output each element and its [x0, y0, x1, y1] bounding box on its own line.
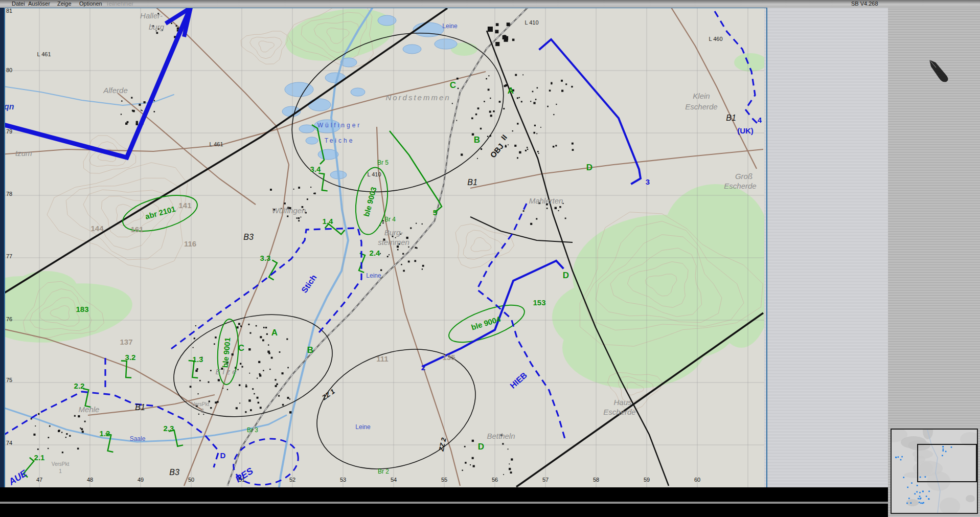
svg-text:49: 49 [138, 477, 144, 483]
map-label: 3.3 [260, 254, 271, 262]
minimap-unit-dot [925, 476, 926, 478]
map-label: Klein [693, 92, 710, 100]
map-label: stemmen [378, 238, 409, 246]
minimap-unit-dot [917, 485, 918, 486]
menu-item-optionen[interactable]: Optionen [79, 1, 102, 7]
map-label: Saale [130, 435, 146, 442]
map-label: 144 [90, 224, 104, 233]
map-label: burg [149, 23, 165, 31]
menu-bar: SB V4.268 DateiAuslöserZeigeOptionenTeil… [0, 0, 980, 8]
map-label: L 460 [709, 36, 722, 42]
minimap-unit-dot [898, 456, 899, 458]
minimap-terrain [908, 440, 930, 451]
map-label: 3.2 [125, 353, 136, 362]
map-label: 3 [646, 177, 650, 186]
svg-text:54: 54 [391, 477, 397, 483]
map-label: 135 [442, 353, 455, 362]
svg-text:77: 77 [6, 253, 12, 259]
map-label: 153 [533, 298, 545, 307]
map-label: D [220, 451, 226, 460]
map-label: Leine [366, 272, 381, 279]
map-label: 1.3 [193, 355, 203, 364]
minimap-unit-dot [920, 503, 922, 504]
map-label: 2.2 [74, 381, 85, 390]
map-label: Leine [355, 423, 371, 431]
map-label: A [508, 86, 514, 96]
window-edge [0, 7, 4, 488]
map-label: 2.3 [164, 424, 174, 433]
svg-text:60: 60 [694, 477, 700, 483]
map-label: Wülfinger [317, 122, 362, 129]
map-label: 1.4 [323, 217, 334, 226]
map-label: 4 [758, 116, 762, 124]
map-label: B [474, 135, 480, 145]
svg-text:55: 55 [441, 477, 447, 483]
map-label: L 410 [525, 19, 538, 26]
map-label: B3 [243, 233, 254, 241]
map-label: VersPkt [52, 461, 70, 467]
map-label: Br 4 [384, 216, 396, 223]
minimap-unit-dot [903, 477, 905, 478]
map-label: L 461 [37, 51, 51, 57]
map-label: tzum [15, 149, 32, 158]
map-label: Br 5 [377, 159, 389, 166]
menu-item-auslöser[interactable]: Auslöser [28, 1, 50, 7]
menu-item-datei[interactable]: Datei [12, 1, 25, 7]
map-label: 141 [178, 201, 191, 210]
minimap-unit-dot [914, 493, 916, 494]
minimap-unit-dot [910, 502, 912, 504]
minimap-unit-dot [943, 446, 944, 448]
map-label: Wülfingen [272, 206, 306, 215]
map-label: 2.1 [34, 453, 45, 462]
minimap[interactable] [891, 429, 978, 514]
minimap-unit-dot [926, 496, 927, 497]
map-label: 116 [184, 239, 196, 248]
map-label: B1 [135, 403, 145, 412]
minimap-unit-dot [928, 498, 929, 500]
map-label: B1 [467, 178, 477, 187]
minimap-unit-dot [919, 492, 921, 493]
svg-text:80: 80 [6, 67, 12, 73]
map-label: 3.4 [310, 165, 322, 173]
minimap-unit-dot [919, 502, 920, 503]
map-label: 111 [376, 354, 388, 363]
svg-text:59: 59 [644, 477, 650, 483]
map-label: 1 [59, 468, 62, 474]
map-label: D [478, 442, 484, 452]
svg-text:76: 76 [6, 316, 12, 322]
bottom-bar-1 [0, 487, 888, 502]
minimap-unit-dot [920, 498, 921, 500]
minimap-unit-dot [922, 503, 923, 504]
application-window: SB V4.268 DateiAuslöserZeigeOptionenTeil… [0, 0, 980, 517]
map-label: 5 [433, 208, 437, 217]
svg-text:47: 47 [36, 477, 42, 483]
minimap-unit-dot [900, 459, 902, 461]
minimap-canvas[interactable] [892, 430, 977, 513]
map-label: Teiche [325, 137, 355, 144]
minimap-unit-dot [916, 491, 918, 493]
map-label: Nordstemmen [385, 93, 450, 102]
minimap-unit-dot [906, 503, 908, 504]
svg-text:52: 52 [289, 477, 295, 483]
minimap-unit-dot [907, 487, 908, 488]
svg-text:78: 78 [6, 191, 12, 197]
svg-text:81: 81 [6, 8, 12, 14]
minimap-unit-dot [920, 477, 921, 478]
minimap-unit-dot [895, 457, 897, 458]
minimap-unit-dot [908, 498, 910, 499]
map-label: 161 [130, 225, 143, 234]
map-label: Elze [215, 367, 238, 376]
map-label: L 410 [367, 171, 381, 177]
map-label: D [563, 271, 569, 280]
map-label: C [238, 343, 244, 353]
svg-text:50: 50 [188, 477, 194, 483]
menu-item-teilnehmer: Teilnehmer [106, 1, 133, 7]
map-label: (UK) [737, 126, 754, 135]
map-label: B3 [169, 468, 179, 477]
menu-item-zeige[interactable]: Zeige [57, 1, 72, 7]
minimap-unit-dot [918, 498, 919, 500]
map-canvas[interactable]: Haller-burgAlferdetzumNordstemmenKleinEs… [5, 8, 764, 487]
map-label: B [307, 345, 313, 355]
svg-text:58: 58 [593, 477, 599, 483]
map-label: Burg- [384, 228, 403, 237]
